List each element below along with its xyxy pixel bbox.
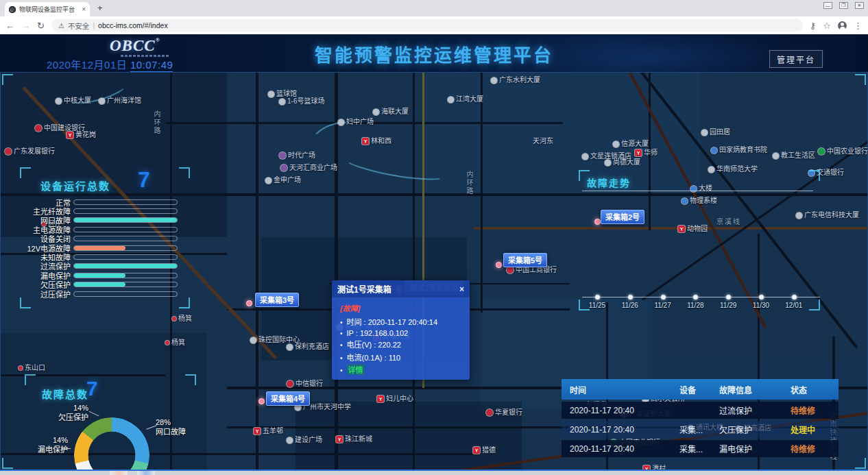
map-label: Y黄花岗: [67, 132, 96, 138]
browser-tabstrip: 物联网设备监控平台 × + — ❐ ✕: [0, 0, 868, 16]
bar-fill: [74, 246, 125, 250]
metroO-marker-icon: [172, 317, 176, 321]
bar-track: [73, 245, 178, 251]
metro-marker-icon: Y: [377, 395, 384, 402]
map-label: 华夏银行: [486, 409, 522, 416]
map-label: 中信银行: [287, 380, 323, 387]
poi-marker-icon: [99, 98, 105, 104]
collector-badge[interactable]: 采集箱4号: [266, 391, 310, 406]
poi-marker-icon: [338, 119, 344, 125]
table-cell: 漏电保护: [711, 443, 782, 454]
browser-menu-icon[interactable]: ⋮: [854, 21, 863, 31]
not-secure-icon: ⚠: [58, 22, 64, 29]
tab-close-icon[interactable]: ×: [82, 5, 86, 13]
trend-data-point: [595, 295, 600, 300]
table-cell: 采集...: [671, 424, 711, 435]
map-label: Y珠江新城: [336, 436, 372, 443]
map-label: 中核大厦: [56, 97, 91, 104]
address-bar[interactable]: ⚠ 不安全 | obcc-ims.com/#/index: [51, 19, 803, 32]
trend-data-point: [759, 295, 764, 300]
poi-marker-icon: [279, 99, 285, 105]
screen: 物联网设备监控平台 × + — ❐ ✕ ← → ↻ ⚠ 不安全 | obcc-i…: [0, 0, 868, 475]
poi-marker-icon: [773, 153, 779, 159]
map-label: 内环路: [153, 110, 160, 135]
fault-panel-title: 故障总数: [42, 387, 88, 401]
forward-icon[interactable]: →: [21, 21, 30, 31]
collector-marker-icon[interactable]: [246, 300, 252, 306]
map-label: 篮球馆: [268, 90, 297, 97]
window-minimize-button[interactable]: —: [823, 2, 832, 9]
map-label: 1-6号篮球场: [279, 98, 324, 105]
taskbar-app-icon[interactable]: [137, 471, 155, 475]
fault-trend-panel: 故障走势 11/2511/2611/2711/2811/2911/3012/01: [579, 170, 820, 310]
map-label: 中国工商银行: [507, 267, 557, 273]
status-badge: 处理中: [782, 424, 839, 435]
table-cell: 采集...: [671, 443, 711, 454]
window-restore-button[interactable]: ❐: [839, 2, 848, 9]
collector-badge[interactable]: 采集箱2号: [601, 210, 644, 224]
poi-marker-icon: [373, 109, 379, 115]
window-close-button[interactable]: ✕: [855, 2, 864, 9]
poi-marker-icon: [287, 437, 293, 443]
bar-track: [73, 291, 178, 297]
map-label: Y潭村: [643, 465, 666, 471]
admin-platform-button[interactable]: 管理平台: [769, 50, 823, 68]
bar-fill: [74, 218, 177, 222]
table-cell: 2020-11-17 20:40: [562, 425, 671, 435]
table-row[interactable]: 2020-11-17 20:40过流保护待维修: [562, 402, 839, 419]
table-body: 2020-11-17 20:40过流保护待维修2020-11-17 20:40采…: [562, 402, 839, 457]
table-header: 时间设备故障信息状态: [562, 379, 839, 400]
map-label: 时代广场: [279, 152, 315, 159]
table-row[interactable]: 2020-11-17 20:40采集...欠压保护处理中: [562, 421, 839, 438]
map-label: Y妇儿中心: [377, 395, 413, 402]
detail-link[interactable]: 详情: [347, 364, 365, 375]
map-label: 妇中广场: [338, 119, 374, 125]
collector-badge[interactable]: 采集箱3号: [255, 293, 299, 307]
trend-x-tick: 11/27: [649, 302, 677, 309]
page-title: 智能预警监控运维管理平台: [0, 41, 868, 66]
bar-track: [73, 227, 178, 232]
collector-marker-icon[interactable]: [258, 398, 265, 404]
app-header: OBCC® 2020年12月01日 10:07:49 智能预警监控运维管理平台 …: [0, 34, 868, 72]
bankr-marker-icon: [287, 380, 293, 387]
table-row[interactable]: 2020-11-17 20:40采集...漏电保护待维修: [562, 440, 839, 457]
trend-panel-title: 故障走势: [587, 175, 631, 189]
bankr-marker-icon: [507, 267, 514, 273]
bankg-marker-icon: [818, 148, 825, 155]
key-icon[interactable]: ⚷: [810, 21, 817, 31]
poi-marker-icon: [701, 130, 708, 136]
collector-marker-icon[interactable]: [594, 219, 601, 225]
browser-tab[interactable]: 物联网设备监控平台 ×: [5, 2, 90, 16]
table-header-cell: 时间: [562, 384, 671, 395]
poi-marker-icon: [287, 344, 293, 350]
collector-badge[interactable]: 采集箱5号: [503, 253, 547, 267]
profile-avatar-icon[interactable]: [838, 21, 847, 30]
map-label: 园田居: [701, 129, 730, 136]
map-label: 内环路: [466, 171, 472, 195]
map-label: 建设广场: [287, 437, 322, 443]
fault-total-panel: 故障总数 7 14%欠压保护 28%网口故障 14%12V电源故障 28%过流保…: [21, 374, 217, 471]
taskbar-app-icon[interactable]: [110, 471, 128, 475]
windows-taskbar[interactable]: [0, 471, 868, 475]
browser-toolbar: ← → ↻ ⚠ 不安全 | obcc-ims.com/#/index ⚷ ☆ ⋮: [0, 16, 868, 34]
fault-donut-chart: [74, 417, 149, 471]
reload-icon[interactable]: ↻: [37, 21, 45, 31]
map-label: 东山口: [19, 365, 45, 372]
poi-marker-icon: [56, 98, 62, 104]
city-map[interactable]: 中核大厦广州海洋馆中国建设银行Y黄花岗广东发展银行区庄东山口杨箕杨箕内环路内环路…: [0, 72, 868, 471]
bookmark-star-icon[interactable]: ☆: [823, 21, 831, 31]
map-label: 尚德大厦: [605, 159, 640, 166]
bar-fill: [74, 264, 177, 268]
back-icon[interactable]: ←: [5, 21, 14, 31]
bar-row: 过压保护: [20, 289, 190, 298]
metro-marker-icon: Y: [336, 436, 343, 443]
poi-marker-icon: [448, 97, 454, 103]
status-badge: 待维修: [782, 404, 839, 416]
new-tab-button[interactable]: +: [97, 3, 103, 13]
collector-marker-icon[interactable]: [496, 262, 502, 268]
map-label: 海联大厦: [373, 108, 409, 115]
popup-close-icon[interactable]: ×: [459, 284, 464, 294]
bar-track: [73, 208, 178, 214]
popup-info-row: 电压(V) : 220.22: [340, 339, 464, 350]
map-label: 天河东: [533, 138, 553, 145]
